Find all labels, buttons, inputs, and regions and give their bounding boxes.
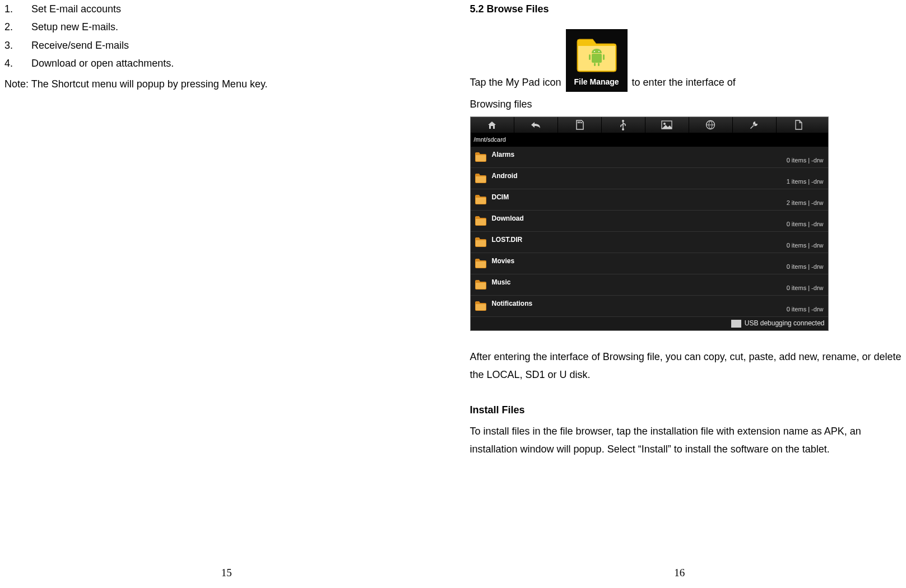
list-number: 1. bbox=[4, 0, 21, 18]
tap-my-pad-line: Tap the My Pad icon bbox=[470, 29, 902, 91]
list-item: 1. Set E-mail accounts bbox=[31, 0, 436, 18]
folder-icon bbox=[474, 214, 487, 232]
file-row[interactable]: Movies0 items | -drw bbox=[471, 253, 828, 274]
svg-rect-0 bbox=[592, 54, 602, 63]
install-files-heading: Install Files bbox=[470, 401, 902, 419]
toolbar-back-icon[interactable] bbox=[514, 117, 558, 133]
toolbar-usb-icon[interactable] bbox=[602, 117, 645, 133]
svg-rect-3 bbox=[594, 63, 596, 66]
file-row[interactable]: DCIM2 items | -drw bbox=[471, 189, 828, 211]
file-meta: 0 items | -drw bbox=[787, 262, 824, 273]
folder-icon bbox=[474, 171, 487, 189]
list-text: Set E-mail accounts bbox=[31, 3, 121, 15]
toolbar-wrench-icon[interactable] bbox=[733, 117, 777, 133]
file-name: Android bbox=[492, 170, 518, 183]
svg-rect-2 bbox=[603, 54, 605, 60]
file-meta: 0 items | -drw bbox=[787, 283, 824, 294]
usb-status-label: USB debugging connected bbox=[745, 318, 825, 330]
toolbar-sdcard-icon[interactable] bbox=[558, 117, 602, 133]
tap-line-post: to enter the interface of bbox=[632, 73, 736, 91]
svg-rect-1 bbox=[589, 54, 591, 60]
file-manager-screenshot: /mnt/sdcard Alarms0 items | -drwAndroid1… bbox=[470, 116, 829, 331]
file-row[interactable]: Notifications0 items | -drw bbox=[471, 296, 828, 317]
svg-rect-4 bbox=[598, 63, 600, 66]
install-files-body: To install files in the file browser, ta… bbox=[470, 422, 902, 459]
file-manager-statusbar: USB debugging connected bbox=[471, 317, 828, 330]
page-number-right: 16 bbox=[453, 563, 907, 582]
folder-icon bbox=[474, 256, 487, 274]
list-text: Setup new E-mails. bbox=[31, 21, 118, 32]
file-meta: 0 items | -drw bbox=[787, 219, 824, 230]
file-manager-path: /mnt/sdcard bbox=[471, 133, 828, 147]
list-item: 3. Receive/send E-mails bbox=[31, 36, 436, 54]
folder-icon bbox=[474, 150, 487, 168]
file-meta: 0 items | -drw bbox=[787, 155, 824, 166]
svg-point-5 bbox=[594, 51, 595, 52]
toolbar-globe-icon[interactable] bbox=[689, 117, 733, 133]
file-manager-rows: Alarms0 items | -drwAndroid1 items | -dr… bbox=[471, 147, 828, 317]
list-number: 2. bbox=[4, 18, 21, 36]
svg-rect-7 bbox=[578, 122, 579, 123]
file-name: Movies bbox=[492, 255, 515, 268]
svg-point-6 bbox=[598, 51, 600, 52]
file-meta: 2 items | -drw bbox=[787, 198, 824, 209]
file-row[interactable]: Alarms0 items | -drw bbox=[471, 147, 828, 168]
file-name: DCIM bbox=[492, 192, 509, 204]
email-steps-list: 1. Set E-mail accounts 2. Setup new E-ma… bbox=[4, 0, 436, 73]
toolbar-image-icon[interactable] bbox=[645, 117, 689, 133]
list-number: 4. bbox=[4, 54, 21, 72]
svg-rect-8 bbox=[579, 122, 580, 123]
file-row[interactable]: LOST.DIR0 items | -drw bbox=[471, 232, 828, 253]
right-column: 5.2 Browse Files Tap the My Pad icon bbox=[453, 0, 907, 588]
file-manage-app-icon: File Manage bbox=[566, 29, 628, 91]
list-number: 3. bbox=[4, 36, 21, 54]
file-name: Notifications bbox=[492, 298, 533, 310]
folder-android-icon bbox=[572, 32, 622, 74]
svg-point-10 bbox=[622, 120, 624, 122]
page-number-left: 15 bbox=[0, 563, 453, 582]
tap-line-cont: Browsing files bbox=[470, 95, 902, 113]
section-title: 5.2 Browse Files bbox=[470, 0, 902, 18]
file-row[interactable]: Android1 items | -drw bbox=[471, 168, 828, 189]
file-meta: 0 items | -drw bbox=[787, 304, 824, 315]
file-name: Download bbox=[492, 213, 524, 225]
note-text: Note: The Shortcut menu will popup by pr… bbox=[4, 75, 436, 93]
file-name: Music bbox=[492, 277, 511, 289]
list-text: Download or open attachments. bbox=[31, 58, 174, 69]
file-manage-icon-label: File Manage bbox=[574, 75, 619, 89]
list-item: 4. Download or open attachments. bbox=[31, 54, 436, 72]
file-row[interactable]: Music0 items | -drw bbox=[471, 274, 828, 296]
file-meta: 1 items | -drw bbox=[787, 176, 824, 188]
left-column: 1. Set E-mail accounts 2. Setup new E-ma… bbox=[0, 0, 453, 588]
tap-line-pre: Tap the My Pad icon bbox=[470, 73, 561, 91]
folder-icon bbox=[474, 278, 487, 296]
folder-icon bbox=[474, 299, 487, 317]
file-name: Alarms bbox=[492, 149, 515, 161]
usb-status-icon bbox=[731, 320, 741, 328]
browse-after-paragraph: After entering the interface of Browsing… bbox=[470, 348, 902, 384]
toolbar-home-icon[interactable] bbox=[471, 117, 514, 133]
svg-rect-9 bbox=[581, 122, 582, 123]
toolbar-newfile-icon[interactable] bbox=[777, 117, 820, 133]
svg-point-11 bbox=[622, 128, 624, 130]
svg-point-13 bbox=[663, 123, 666, 125]
list-item: 2. Setup new E-mails. bbox=[31, 18, 436, 36]
file-manager-toolbar bbox=[471, 117, 828, 133]
list-text: Receive/send E-mails bbox=[31, 40, 129, 51]
file-row[interactable]: Download0 items | -drw bbox=[471, 211, 828, 232]
file-meta: 0 items | -drw bbox=[787, 240, 824, 251]
file-name: LOST.DIR bbox=[492, 234, 523, 246]
folder-icon bbox=[474, 235, 487, 253]
folder-icon bbox=[474, 193, 487, 211]
